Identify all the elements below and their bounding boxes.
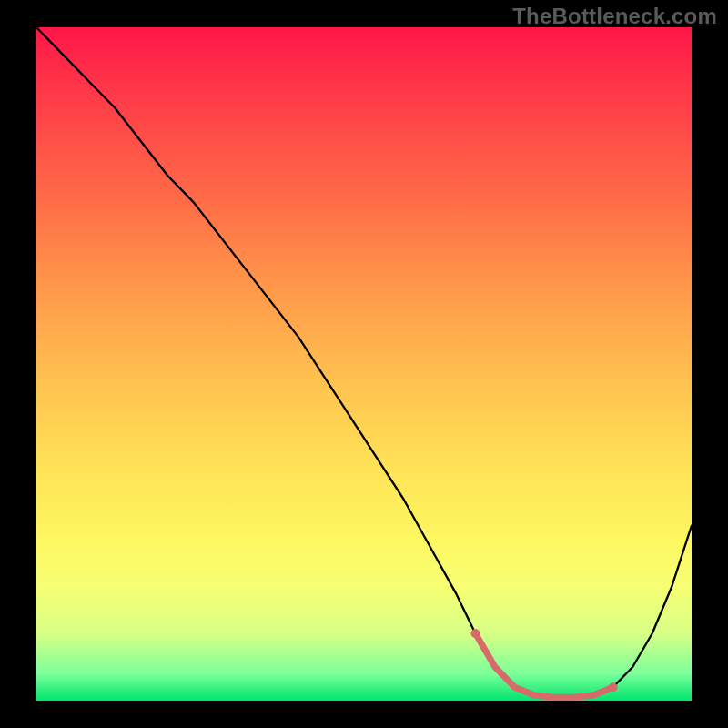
chart-frame: TheBottleneck.com <box>0 0 728 728</box>
trough-dot-left <box>470 629 480 638</box>
trough-dot-right <box>609 682 618 692</box>
bottleneck-curve <box>36 27 692 697</box>
curve-layer <box>36 27 692 701</box>
watermark-text: TheBottleneck.com <box>512 4 717 29</box>
plot-area <box>36 27 692 701</box>
trough-highlight <box>475 633 612 697</box>
